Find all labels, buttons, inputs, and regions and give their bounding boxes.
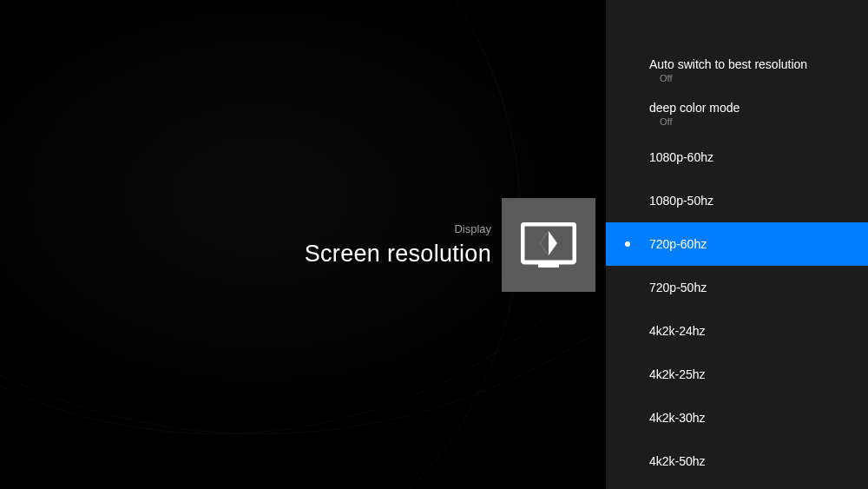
toggle-item[interactable]: deep color modeOff [606, 92, 868, 135]
radio-selected-icon [625, 241, 630, 247]
resolution-label: 4k2k-25hz [649, 367, 868, 381]
title-block: Display Screen resolution [305, 222, 491, 268]
resolution-option[interactable]: 4k2k-30hz [606, 396, 868, 439]
svg-rect-1 [538, 264, 559, 268]
main-content: Display Screen resolution [0, 0, 606, 489]
resolution-option[interactable]: 720p-50hz [606, 266, 868, 309]
resolution-option[interactable]: 4k2k-50hz [606, 439, 868, 483]
settings-sidebar: Auto switch to best resolutionOffdeep co… [606, 0, 868, 489]
resolution-option[interactable]: 4k2k-25hz [606, 353, 868, 396]
display-brightness-icon [521, 222, 576, 268]
resolution-label: 4k2k-30hz [649, 411, 868, 425]
display-icon-tile [502, 198, 595, 292]
toggle-value: Off [660, 73, 868, 83]
resolution-label: 1080p-60hz [649, 150, 868, 164]
toggle-item[interactable]: Auto switch to best resolutionOff [606, 49, 868, 92]
category-label: Display [305, 222, 491, 235]
resolution-option[interactable]: 720p-60hz [606, 222, 868, 266]
resolution-option[interactable]: 1080p-60hz [606, 135, 868, 179]
toggle-label: deep color mode [649, 101, 868, 115]
resolution-label: 720p-60hz [649, 237, 868, 251]
toggle-label: Auto switch to best resolution [649, 57, 868, 71]
resolution-option[interactable]: 4k2k-24hz [606, 309, 868, 353]
toggle-value: Off [660, 116, 868, 127]
resolution-label: 4k2k-50hz [649, 454, 868, 468]
page-title: Screen resolution [305, 241, 491, 268]
resolution-label: 720p-50hz [649, 281, 868, 294]
resolution-label: 1080p-50hz [649, 194, 868, 208]
resolution-option[interactable]: 1080p-50hz [606, 179, 868, 222]
resolution-label: 4k2k-24hz [649, 324, 868, 338]
